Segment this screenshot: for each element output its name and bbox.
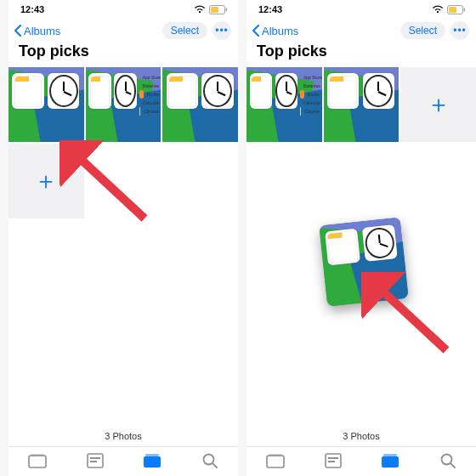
svg-rect-9 xyxy=(144,456,161,468)
svg-rect-22 xyxy=(382,456,399,468)
status-time: 12:43 xyxy=(258,4,282,14)
status-bar: 12:43 xyxy=(246,0,476,17)
photo-thumbnail[interactable]: App Store Batteries Books Calendar Chrom… xyxy=(246,67,322,142)
status-bar: 12:43 xyxy=(8,0,238,17)
svg-rect-18 xyxy=(269,454,282,456)
apps-list: App Store Batteries Books Calendar Chrom… xyxy=(139,73,159,116)
select-button[interactable]: Select xyxy=(400,22,445,39)
battery-icon xyxy=(447,5,466,14)
photo-thumbnail[interactable] xyxy=(324,67,400,142)
svg-rect-4 xyxy=(29,456,46,468)
status-time: 12:43 xyxy=(20,4,44,14)
nav-bar: Albums Select ••• xyxy=(246,17,476,42)
page-title: Top picks xyxy=(246,42,476,67)
tab-bar xyxy=(8,446,238,471)
phone-right: 12:43 Albums Select ••• To xyxy=(246,0,476,476)
back-label: Albums xyxy=(262,25,298,37)
chevron-left-icon xyxy=(252,25,260,37)
select-button[interactable]: Select xyxy=(162,22,207,39)
photo-count: 3 Photos xyxy=(105,431,141,441)
plus-icon: ＋ xyxy=(34,169,58,193)
nav-bar: Albums Select ••• xyxy=(8,17,238,42)
tab-foryou[interactable] xyxy=(325,453,342,468)
svg-rect-1 xyxy=(211,7,218,13)
more-button[interactable]: ••• xyxy=(212,21,231,40)
svg-rect-14 xyxy=(449,7,456,13)
add-tile[interactable]: ＋ xyxy=(8,144,84,218)
page-title: Top picks xyxy=(8,42,238,67)
svg-rect-2 xyxy=(226,8,228,11)
more-icon: ••• xyxy=(453,25,467,37)
photo-grid: App Store Batteries Books Calendar Chrom… xyxy=(8,67,238,218)
tab-search[interactable] xyxy=(439,452,456,469)
plus-icon: ＋ xyxy=(427,93,450,116)
back-button[interactable]: Albums xyxy=(14,25,60,37)
svg-rect-15 xyxy=(464,8,466,11)
photo-thumbnail[interactable]: App Store Batteries Books Calendar Chrom… xyxy=(86,67,162,142)
svg-rect-5 xyxy=(31,454,44,456)
photo-grid: App Store Batteries Books Calendar Chrom… xyxy=(246,67,476,142)
svg-rect-7 xyxy=(90,457,100,459)
more-icon: ••• xyxy=(215,25,229,37)
svg-rect-10 xyxy=(145,454,159,456)
svg-line-25 xyxy=(450,463,455,468)
photo-thumbnail[interactable] xyxy=(8,67,84,142)
svg-rect-8 xyxy=(90,461,97,462)
tab-library[interactable] xyxy=(28,453,47,468)
tab-bar xyxy=(246,446,476,471)
add-tile[interactable]: ＋ xyxy=(400,67,476,142)
tab-foryou[interactable] xyxy=(87,453,104,468)
svg-line-12 xyxy=(212,463,217,468)
svg-rect-17 xyxy=(267,456,284,468)
svg-rect-23 xyxy=(383,454,397,456)
tab-albums[interactable] xyxy=(143,453,162,468)
back-button[interactable]: Albums xyxy=(252,25,298,37)
battery-icon xyxy=(209,5,228,14)
chevron-left-icon xyxy=(14,25,22,37)
tutorial-image: 12:43 Albums Select ••• xyxy=(0,0,476,476)
dragged-photo[interactable] xyxy=(319,217,409,307)
photo-count: 3 Photos xyxy=(343,431,379,441)
phone-left: 12:43 Albums Select ••• xyxy=(8,0,238,476)
tab-search[interactable] xyxy=(201,452,218,469)
more-button[interactable]: ••• xyxy=(450,21,469,40)
photo-thumbnail[interactable] xyxy=(162,67,238,142)
svg-rect-20 xyxy=(328,457,338,459)
wifi-icon xyxy=(194,5,206,14)
footer: 3 Photos xyxy=(8,431,238,476)
tab-albums[interactable] xyxy=(381,453,400,468)
back-label: Albums xyxy=(24,25,60,37)
svg-rect-21 xyxy=(328,461,335,462)
tab-library[interactable] xyxy=(266,453,285,468)
wifi-icon xyxy=(432,5,444,14)
footer: 3 Photos xyxy=(246,431,476,476)
